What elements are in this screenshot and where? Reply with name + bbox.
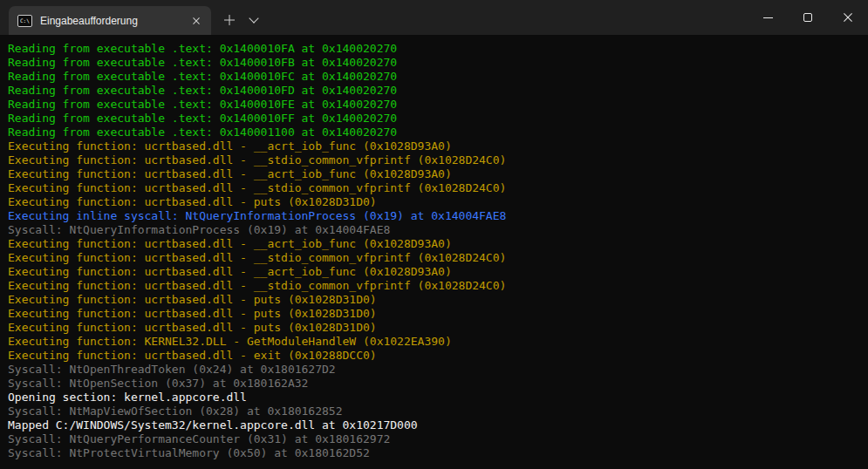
titlebar-drag-region[interactable] (265, 0, 748, 35)
terminal-line: Reading from executable .text: 0x1400010… (8, 112, 860, 126)
terminal-line: Syscall: NtOpenThreadToken (0x24) at 0x1… (8, 363, 860, 377)
terminal-line: Executing function: ucrtbased.dll - puts… (8, 293, 860, 307)
terminal-line: Reading from executable .text: 0x1400010… (8, 98, 860, 112)
terminal-line: Executing function: ucrtbased.dll - exit… (8, 349, 860, 363)
terminal-output: Reading from executable .text: 0x1400010… (8, 42, 860, 460)
terminal-line: Syscall: NtQueryInformationProcess (0x19… (8, 223, 860, 237)
terminal-line: Reading from executable .text: 0x1400010… (8, 70, 860, 84)
terminal-line: Executing function: ucrtbased.dll - puts… (8, 307, 860, 321)
terminal-line: Executing function: ucrtbased.dll - puts… (8, 195, 860, 209)
terminal-line: Executing function: ucrtbased.dll - __ac… (8, 167, 860, 181)
terminal-line: Reading from executable .text: 0x1400010… (8, 56, 860, 70)
close-icon (842, 11, 854, 24)
terminal-line: Syscall: NtProtectVirtualMemory (0x50) a… (8, 446, 860, 460)
terminal-line: Reading from executable .text: 0x1400010… (8, 42, 860, 56)
terminal-line: Executing function: ucrtbased.dll - __st… (8, 181, 860, 195)
minimize-button[interactable] (748, 0, 788, 35)
minimize-icon (763, 17, 773, 18)
terminal-line: Executing function: ucrtbased.dll - __st… (8, 153, 860, 167)
terminal-line: Executing function: ucrtbased.dll - __st… (8, 251, 860, 265)
terminal-line: Executing function: ucrtbased.dll - __st… (8, 279, 860, 293)
terminal-line: Syscall: NtOpenSection (0x37) at 0x18016… (8, 377, 860, 391)
terminal-line: Reading from executable .text: 0x1400010… (8, 84, 860, 98)
terminal-line: Reading from executable .text: 0x1400011… (8, 126, 860, 139)
maximize-button[interactable] (788, 0, 828, 35)
terminal-line: Executing function: ucrtbased.dll - __ac… (8, 265, 860, 279)
maximize-icon (803, 13, 812, 22)
terminal-viewport[interactable]: Reading from executable .text: 0x1400010… (0, 35, 868, 469)
tab-dropdown-button[interactable] (243, 7, 265, 33)
cmd-icon: C:\ (17, 15, 32, 27)
terminal-window: C:\ Eingabeaufforderung Reading from exe… (0, 0, 868, 469)
tab-close-button[interactable] (187, 11, 206, 31)
terminal-line: Syscall: NtQueryPerformanceCounter (0x31… (8, 432, 860, 446)
terminal-line: Executing function: ucrtbased.dll - puts… (8, 321, 860, 335)
terminal-line: Executing function: KERNEL32.DLL - GetMo… (8, 335, 860, 349)
chevron-down-icon (249, 13, 258, 23)
terminal-line: Executing inline syscall: NtQueryInforma… (8, 209, 860, 223)
close-button[interactable] (828, 0, 868, 35)
plus-icon (223, 14, 236, 26)
terminal-line: Mapped C:/WINDOWS/System32/kernel.appcor… (8, 418, 860, 432)
tab-title: Eingabeaufforderung (40, 15, 179, 27)
new-tab-button[interactable] (216, 7, 243, 33)
terminal-line: Syscall: NtMapViewOfSection (0x28) at 0x… (8, 404, 860, 418)
terminal-line: Opening section: kernel.appcore.dll (8, 391, 860, 404)
titlebar[interactable]: C:\ Eingabeaufforderung (0, 0, 868, 35)
tab-eingabeaufforderung[interactable]: C:\ Eingabeaufforderung (9, 6, 211, 35)
close-icon (190, 15, 202, 27)
terminal-line: Executing function: ucrtbased.dll - __ac… (8, 237, 860, 251)
terminal-line: Executing function: ucrtbased.dll - __ac… (8, 139, 860, 153)
